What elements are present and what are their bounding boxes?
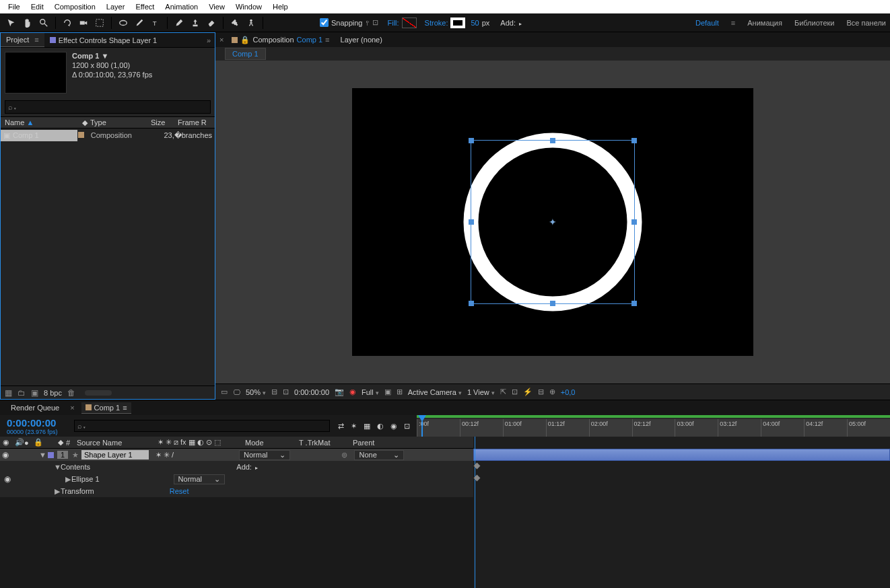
timeline-search[interactable]: ⌕▾ xyxy=(74,420,330,432)
composition-viewport[interactable]: ✦ xyxy=(215,61,890,383)
contents-row[interactable]: ▼ Contents Add: xyxy=(0,461,473,473)
menu-layer[interactable]: Layer xyxy=(101,1,131,12)
workspace-animation[interactable]: Анимация xyxy=(747,19,782,27)
col-mode[interactable]: Mode xyxy=(242,439,296,447)
timeline-tracks[interactable] xyxy=(473,437,890,588)
comp-name[interactable]: Comp 1 ▼ xyxy=(72,52,152,60)
magnify-icon[interactable]: ▭ xyxy=(221,388,228,396)
snap-opt1-icon[interactable]: ⫯ xyxy=(366,19,370,27)
col-framerate[interactable]: Frame R xyxy=(174,118,211,126)
work-area[interactable] xyxy=(417,415,890,418)
rotate-tool[interactable] xyxy=(60,15,75,30)
handle-w[interactable] xyxy=(469,219,474,225)
menu-window[interactable]: Window xyxy=(230,1,267,12)
rectangle-tool[interactable] xyxy=(116,15,131,30)
menu-view[interactable]: View xyxy=(203,1,230,12)
clone-tool[interactable] xyxy=(188,15,203,30)
selection-tool[interactable] xyxy=(4,15,19,30)
ellipse-visibility[interactable]: ◉ xyxy=(4,474,11,484)
comp-mini-icon[interactable]: ⇄ xyxy=(338,422,344,431)
share-icon[interactable]: ⇱ xyxy=(500,388,506,396)
layer-bar[interactable] xyxy=(473,449,890,461)
layer-name[interactable]: Shape Layer 1 xyxy=(81,450,149,460)
brush-tool[interactable] xyxy=(172,15,186,30)
col-label[interactable]: ◆ xyxy=(55,438,63,447)
col-eye-icon[interactable]: ◉ xyxy=(0,438,12,447)
col-switches[interactable]: ✶✳⧄fx▦◐⊙⬚ xyxy=(155,438,242,447)
stroke-swatch[interactable] xyxy=(450,17,465,28)
handle-ne[interactable] xyxy=(631,138,637,143)
col-size[interactable]: Size xyxy=(147,118,174,126)
zoom-select[interactable]: 50% xyxy=(246,388,266,396)
grid-icon[interactable]: 🖵 xyxy=(233,388,240,396)
pan-behind-tool[interactable] xyxy=(92,15,107,30)
playhead[interactable] xyxy=(418,415,426,437)
playhead-line[interactable] xyxy=(475,437,475,588)
hand-tool[interactable] xyxy=(20,15,35,30)
parent-select[interactable]: None⌄ xyxy=(354,450,403,460)
layer-tab[interactable]: Layer (none) xyxy=(338,34,385,45)
snapping-checkbox[interactable] xyxy=(320,18,329,27)
lock-icon[interactable]: 🔒 xyxy=(240,36,250,44)
col-label[interactable]: ◆ xyxy=(78,118,86,127)
workspace-menu-icon[interactable]: ≡ xyxy=(731,19,735,27)
transparency-icon[interactable]: ▣ xyxy=(384,388,391,396)
col-source[interactable]: Source Name xyxy=(74,439,155,447)
resolution-select[interactable]: Full xyxy=(362,388,379,396)
col-number[interactable]: # xyxy=(63,439,74,447)
roi-icon[interactable]: ⊡ xyxy=(283,388,289,396)
panel-overflow-icon[interactable]: » xyxy=(203,36,215,44)
handle-e[interactable] xyxy=(631,219,637,225)
roto-tool[interactable] xyxy=(228,15,242,30)
fill-label[interactable]: Fill: xyxy=(388,19,399,27)
scrollbar[interactable] xyxy=(85,390,112,396)
camera-select[interactable]: Active Camera xyxy=(408,388,462,396)
handle-n[interactable] xyxy=(550,138,555,143)
blend-mode-select[interactable]: Normal⌄ xyxy=(239,450,290,460)
close-tab-icon2[interactable]: × xyxy=(70,404,74,412)
pen-tool[interactable] xyxy=(132,15,147,30)
menu-edit[interactable]: Edit xyxy=(26,1,49,12)
stroke-width-value[interactable]: 50 xyxy=(471,19,479,27)
comp-thumbnail[interactable] xyxy=(5,52,67,94)
menu-effect[interactable]: Effect xyxy=(130,1,160,12)
layer-label-color[interactable] xyxy=(48,452,54,458)
reset-button[interactable]: Reset xyxy=(170,487,189,495)
interpret-icon[interactable]: ▦ xyxy=(5,388,12,398)
breadcrumb-item[interactable]: Comp 1 xyxy=(225,48,266,60)
add-label[interactable]: Add: xyxy=(500,19,522,27)
zoom-tool[interactable] xyxy=(36,15,51,30)
col-name[interactable]: Name ▲ xyxy=(1,118,78,126)
fast-icon[interactable]: ⚡ xyxy=(523,388,533,396)
twirl-ellipse[interactable]: ▶ xyxy=(65,475,71,484)
brainstorm-icon[interactable]: ⊡ xyxy=(404,422,410,431)
composition-tab[interactable]: 🔒 Composition Comp 1 ≡ xyxy=(229,34,332,46)
workspace-libraries[interactable]: Библиотеки xyxy=(794,19,835,27)
handle-s[interactable] xyxy=(550,301,555,306)
graph-icon[interactable]: ◉ xyxy=(390,422,397,431)
bpc-toggle[interactable]: 8 bpc xyxy=(44,389,62,397)
layer-switches[interactable]: ✶✳/ xyxy=(156,451,189,460)
ellipse-mode-select[interactable]: Normal⌄ xyxy=(174,474,225,484)
current-time[interactable]: 0:00:00:00 00000 (23.976 fps) xyxy=(0,417,74,435)
snapping-toggle[interactable]: Snapping ⫯ ⊡ xyxy=(320,18,378,27)
col-solo-icon[interactable]: ● xyxy=(22,439,31,447)
handle-nw[interactable] xyxy=(469,138,474,143)
time-ruler[interactable]: :00f00:12f01:00f01:12f02:00f02:12f03:00f… xyxy=(417,415,890,437)
workspace-default[interactable]: Default xyxy=(695,19,719,27)
frame-blend-icon[interactable]: ▦ xyxy=(364,422,370,431)
timeline-comp-tab[interactable]: Comp 1≡ xyxy=(81,402,131,414)
flowchart-icon[interactable]: �branches xyxy=(174,131,215,140)
col-trkmat[interactable]: T .TrkMat xyxy=(296,439,350,447)
resolution-icon[interactable]: ⊟ xyxy=(271,388,277,396)
pickwhip-icon[interactable]: ⊚ xyxy=(341,451,347,460)
stroke-label[interactable]: Stroke: xyxy=(425,19,448,27)
col-audio-icon[interactable]: 🔊 xyxy=(12,438,22,447)
pixel-icon[interactable]: ⊡ xyxy=(512,388,518,396)
timeline-icon[interactable]: ⊟ xyxy=(538,388,544,396)
label-color-icon[interactable] xyxy=(78,132,84,138)
exposure-value[interactable]: +0,0 xyxy=(561,388,576,396)
workspace-all[interactable]: Все панели xyxy=(847,19,886,27)
views-select[interactable]: 1 View xyxy=(467,388,495,396)
type-tool[interactable]: T xyxy=(148,15,163,30)
